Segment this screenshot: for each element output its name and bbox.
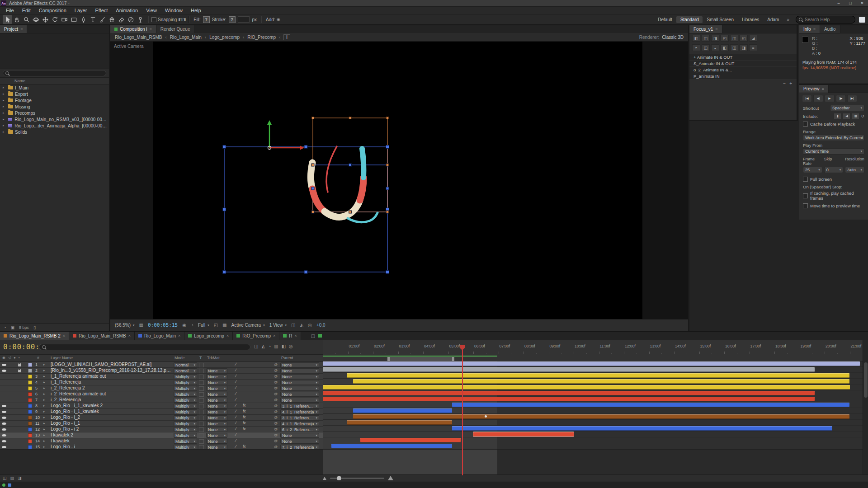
eye-icon[interactable] [2,440,6,442]
creative-cloud-icon[interactable] [859,17,865,23]
fx-switch[interactable]: fx [243,409,246,413]
quality-switch[interactable]: ∕ [236,403,236,408]
timeline-comp-tab[interactable]: Logo_precomp× [184,332,233,340]
breadcrumb-item[interactable]: Logo_precomp [209,35,240,40]
quality-switch[interactable]: ∕ [236,374,236,378]
parent-dropdown[interactable]: None▾ [280,439,319,444]
layer-row[interactable]: 7▸i_2_ReferencjaMultiply▾None▾∕@None▾ [0,397,323,403]
menu-layer[interactable]: Layer [71,8,91,13]
pan-camera-tool[interactable] [41,15,50,24]
selection-outline-inner[interactable] [313,165,387,212]
layer-color-swatch[interactable] [28,398,32,402]
preserve-transparency-switch[interactable] [199,392,204,397]
layer-bar[interactable] [360,438,461,442]
parent-dropdown[interactable]: 4. i_1_Referencja▾ [280,421,319,426]
last-frame-button[interactable]: ▶| [847,95,857,102]
trkmat-dropdown[interactable]: None▾ [206,415,227,420]
tab-focus[interactable]: Focus_v1 ≡ [689,25,722,33]
grid-guides-icon[interactable]: ▦ [139,323,143,328]
puppet-pin-tool[interactable] [136,15,145,24]
layer-row[interactable]: 4▸i_1_ReferencjaMultiply▾None▾∕@None▾ [0,380,323,385]
layer-name[interactable]: i_2_Referencja 2 [51,385,172,390]
panel-menu-icon[interactable]: ≡ [20,27,23,32]
parent-dropdown[interactable]: 3. i_1_Referencja animate out▾ [280,404,319,408]
layer-color-swatch[interactable] [28,416,32,420]
project-item[interactable]: ▸Missing [0,103,109,110]
layer-name[interactable]: I kawalek 2 [51,432,172,437]
selection-handle[interactable] [349,164,352,166]
layer-bar[interactable] [353,414,850,419]
layer-row[interactable]: 1▸[LOGO_W_LINIACH_SAMO_RIODEPOST_AE.ai]N… [0,362,323,368]
eye-icon[interactable] [2,446,6,448]
distribute-v-center-icon[interactable]: ◫ [702,44,710,51]
layer-bar[interactable] [323,367,815,372]
twirl-icon[interactable]: ▸ [43,427,45,431]
project-item[interactable]: ▸Rio_Logo_Main_no_RSMB_v03_[00000-00174]… [0,116,109,122]
distribute-left-icon[interactable]: ◧ [721,44,729,51]
eye-icon[interactable] [2,405,6,407]
quality-switch[interactable]: ∕ [236,432,236,437]
twirl-icon[interactable]: ▸ [3,111,6,115]
draft-3d-icon[interactable]: ◭ [261,344,265,349]
layer-color-swatch[interactable] [28,363,32,367]
layer-color-swatch[interactable] [28,386,32,390]
reset-preview-icon[interactable]: ↺ [861,114,864,118]
layer-name[interactable]: i_1_Referencja [51,380,172,385]
twirl-icon[interactable]: ▸ [43,422,45,425]
quality-switch[interactable]: ∕ [236,368,236,372]
remove-preset-button[interactable]: − [783,81,786,86]
timeline-vertical-scrollbar[interactable] [863,340,868,475]
range-dropdown[interactable]: Work Area Extended By Current...▾ [803,135,864,141]
panel-menu-icon[interactable]: ≡ [813,27,816,32]
layer-bar[interactable] [323,361,860,366]
layer-bar[interactable] [323,391,815,395]
active-camera-dropdown[interactable]: Active Camera▾ [231,323,265,328]
selection-handle[interactable] [304,271,307,274]
layer-name[interactable]: Logo_Rio - i_2 [51,415,172,420]
minimize-button[interactable]: – [833,0,844,6]
twirl-icon[interactable]: ▸ [43,386,45,390]
trkmat-dropdown[interactable]: None▾ [206,392,227,397]
layer-name[interactable]: Logo_Rio - i_1_kawalek [51,409,172,414]
workspace-default[interactable]: Default [654,16,676,23]
twirl-icon[interactable]: ▸ [43,433,45,437]
parent-pickwhip-icon[interactable]: @ [274,439,278,443]
align-right-icon[interactable]: ◨ [711,35,719,42]
layer-mode-dropdown[interactable]: Multiply▾ [174,421,197,426]
motion-blur-icon[interactable]: ◧ [282,344,286,349]
snapping-options-icon[interactable]: ◧ [178,17,182,22]
hide-shy-layers-icon[interactable]: ◔ [268,344,271,349]
quality-switch[interactable]: ∕ [236,444,236,449]
layer-row[interactable]: 13▸I kawalek 2Multiply▾None▾∕@None▾ [0,432,323,438]
twirl-icon[interactable]: ▸ [43,392,45,396]
timeline-comp-tab[interactable]: RiO_Precomp× [233,332,279,340]
frame-blend-icon[interactable]: ▥ [274,344,278,349]
precomp-selection-handle[interactable] [312,117,314,119]
parent-pickwhip-icon[interactable]: @ [274,415,278,419]
expand-inout-icon[interactable]: ◨ [18,476,22,480]
zoom-tool[interactable] [22,15,31,24]
parent-dropdown[interactable]: None▾ [280,433,319,438]
preserve-transparency-switch[interactable] [199,369,204,373]
fx-switch[interactable]: fx [243,444,246,449]
tab-project[interactable]: Project ≡ [0,25,27,33]
add-preset-button[interactable]: + [789,81,792,86]
project-item[interactable]: ▸Footage [0,97,109,103]
viewer-timecode[interactable]: 0:00:05:15 [148,322,178,328]
project-bpc-button[interactable]: 8 bpc [19,325,29,330]
new-folder-icon[interactable]: ▣ [10,325,14,330]
stroke-swatch[interactable]: ? [229,16,236,23]
preserve-transparency-switch[interactable] [199,398,204,403]
preserve-transparency-switch[interactable] [199,427,204,432]
trkmat-dropdown[interactable]: None▾ [206,368,227,373]
layer-mode-dropdown[interactable]: Normal▾ [174,362,197,367]
quality-switch[interactable]: ∕ [236,385,236,390]
layer-bar[interactable] [323,397,815,401]
twirl-icon[interactable]: ▸ [3,117,6,121]
move-time-checkbox[interactable] [803,203,808,208]
expand-layer-switches-icon[interactable]: ◫ [3,476,7,480]
roto-brush-tool[interactable] [126,15,136,24]
layer-color-swatch[interactable] [28,369,32,373]
layer-bar[interactable] [347,373,850,378]
panel-menu-icon[interactable]: ≡ [822,87,824,91]
